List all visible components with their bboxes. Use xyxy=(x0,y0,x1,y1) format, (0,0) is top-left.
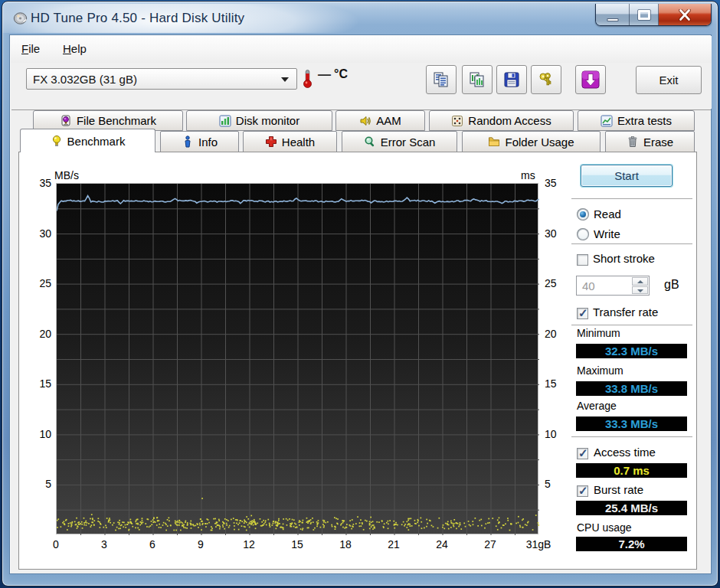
tab-label: AAM xyxy=(376,114,401,127)
temperature-unit: °C xyxy=(334,67,348,81)
y-axis-right-tick: 30 xyxy=(545,227,575,240)
tab-label: Health xyxy=(282,136,315,149)
access-time-checkbox[interactable]: ✓ xyxy=(577,448,588,459)
x-axis-tick: 9 xyxy=(184,538,218,550)
tab-benchmark[interactable]: Benchmark xyxy=(20,129,155,152)
tab-file-benchmark[interactable]: File Benchmark xyxy=(33,110,183,131)
minimize-icon xyxy=(607,18,618,21)
maximize-button[interactable] xyxy=(630,4,659,25)
write-label[interactable]: Write xyxy=(594,227,620,240)
chart-icon-glyph xyxy=(601,115,613,127)
read-radio[interactable] xyxy=(577,208,589,220)
separator xyxy=(571,198,692,199)
tab-label: Disk monitor xyxy=(236,114,299,127)
tab-aam[interactable]: AAM xyxy=(335,110,425,131)
x-axis-tick: 31gB xyxy=(522,538,555,550)
dice-icon-glyph xyxy=(451,115,463,127)
close-icon xyxy=(679,9,691,21)
tab-folder-usage[interactable]: Folder Usage xyxy=(462,131,601,152)
lamp-purple-icon-glyph xyxy=(60,115,72,127)
chart-icon xyxy=(601,115,613,127)
y-axis-right-tick: 15 xyxy=(545,377,575,390)
menu-file[interactable]: File xyxy=(21,42,40,55)
arrow-up-icon xyxy=(637,280,643,283)
access-time-label[interactable]: Access time xyxy=(594,446,656,459)
minimum-label: Minimum xyxy=(577,327,620,339)
y-axis-left-tick: 20 xyxy=(22,328,51,340)
tab-health[interactable]: Health xyxy=(243,131,337,152)
tab-label: Folder Usage xyxy=(505,136,574,149)
x-axis-tick: 3 xyxy=(87,538,121,550)
cpu-usage-label: CPU usage xyxy=(577,521,632,534)
tab-disk-monitor[interactable]: Disk monitor xyxy=(186,110,332,131)
exit-button[interactable]: Exit xyxy=(636,66,702,94)
keys-icon xyxy=(537,70,555,89)
device-selector[interactable]: FX 3.032GB (31 gB) xyxy=(26,68,297,90)
x-axis-tick: 24 xyxy=(425,538,459,550)
temperature-value: — xyxy=(318,67,332,83)
tab-label: Benchmark xyxy=(67,135,126,148)
x-axis-tick: 18 xyxy=(329,538,362,550)
y-axis-right-tick: 25 xyxy=(545,277,575,289)
minimize-button[interactable] xyxy=(596,4,630,25)
hdd-glyph xyxy=(13,11,28,24)
speaker-icon-glyph xyxy=(359,115,371,127)
thermometer-glyph xyxy=(303,69,313,88)
update-button[interactable] xyxy=(575,65,606,94)
tab-info[interactable]: Info xyxy=(160,131,239,152)
x-axis-tick: 6 xyxy=(136,538,169,550)
menu-help[interactable]: Help xyxy=(63,42,87,55)
app-icon xyxy=(13,11,28,24)
copy-text-button[interactable] xyxy=(426,65,457,94)
burst-rate-label[interactable]: Burst rate xyxy=(594,483,643,496)
separator xyxy=(571,243,692,244)
write-radio[interactable] xyxy=(577,228,589,240)
copy-image-button[interactable] xyxy=(462,65,493,94)
y-axis-right-tick: 20 xyxy=(545,328,575,340)
menu-bar: File Help xyxy=(11,36,712,63)
bars-icon-glyph xyxy=(219,115,231,127)
radio-face xyxy=(578,230,587,239)
tab-label: File Benchmark xyxy=(77,114,156,127)
transfer-rate-label[interactable]: Transfer rate xyxy=(593,305,658,318)
spinner-down-button[interactable] xyxy=(632,286,648,295)
tab-extra-tests[interactable]: Extra tests xyxy=(578,110,695,131)
burst-rate-checkbox[interactable]: ✓ xyxy=(577,485,588,497)
close-x-glyph xyxy=(679,9,691,21)
y-axis-right-tick: 10 xyxy=(545,428,575,440)
x-axis-tick: 27 xyxy=(473,538,507,550)
info-icon xyxy=(182,136,194,148)
transfer-rate-checkbox[interactable]: ✓ xyxy=(577,308,588,319)
read-label[interactable]: Read xyxy=(594,207,621,220)
short-stroke-label[interactable]: Short stroke xyxy=(593,252,655,265)
options-button[interactable] xyxy=(531,65,561,94)
cpu-usage-value: 7.2% xyxy=(576,537,687,551)
app-window: HD Tune Pro 4.50 - Hard Disk Utility Fil… xyxy=(2,1,718,586)
y-axis-left-tick: 15 xyxy=(22,377,51,390)
save-icon xyxy=(502,70,521,89)
benchmark-chart xyxy=(56,183,538,534)
tab-label: Extra tests xyxy=(617,114,672,127)
tab-random-access[interactable]: Random Access xyxy=(429,110,574,131)
x-axis-tick: 15 xyxy=(280,538,314,550)
device-selector-value: FX 3.032GB (31 gB) xyxy=(33,73,137,86)
close-button[interactable] xyxy=(659,4,711,25)
checkmark-icon: ✓ xyxy=(578,306,588,320)
radio-selected-dot xyxy=(580,211,586,217)
maximum-label: Maximum xyxy=(577,364,623,377)
folder-icon xyxy=(488,136,500,148)
speaker-icon xyxy=(359,115,371,127)
arrow-down-icon xyxy=(637,289,643,292)
spinner-up-button[interactable] xyxy=(632,277,648,286)
short-stroke-size-value: 40 xyxy=(582,279,595,292)
tab-erase[interactable]: Erase xyxy=(605,131,695,152)
bars-icon xyxy=(219,115,231,127)
save-button[interactable] xyxy=(496,65,527,94)
title-bar[interactable]: HD Tune Pro 4.50 - Hard Disk Utility xyxy=(2,2,718,34)
short-stroke-checkbox[interactable] xyxy=(577,254,588,266)
start-button[interactable]: Start xyxy=(581,165,673,187)
tab-error-scan[interactable]: Error Scan xyxy=(342,131,457,152)
short-stroke-size-spinner[interactable]: 40 xyxy=(576,276,650,296)
magnifier-icon-glyph xyxy=(364,136,376,148)
tab-label: Random Access xyxy=(468,114,551,127)
